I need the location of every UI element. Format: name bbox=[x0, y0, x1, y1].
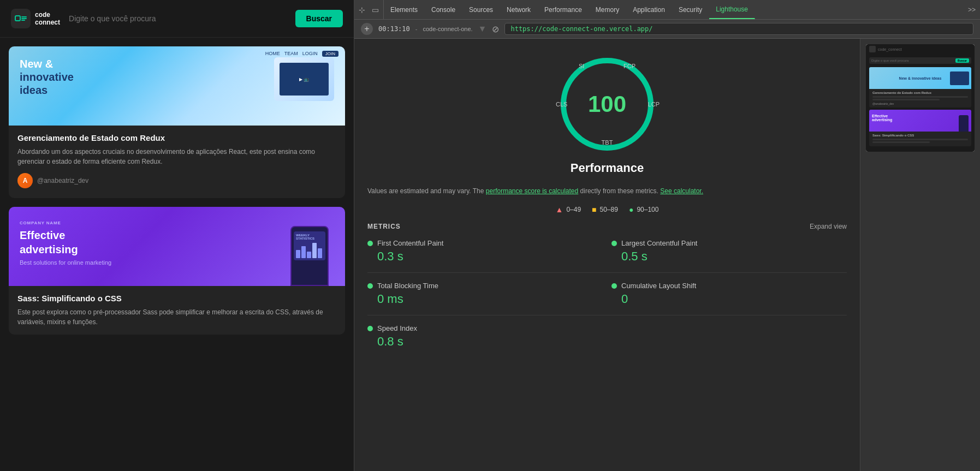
devtools-toolbar: ⊹ ▭ Elements Console Sources Network Per… bbox=[354, 0, 980, 20]
card-css-image: COMPANY NAME Effective advertising Best … bbox=[9, 207, 345, 286]
score-ring: 100 SI FCP CLS LCP TBT bbox=[558, 55, 656, 153]
metrics-header: METRICS Expand view bbox=[367, 223, 847, 230]
card-redux-title: Gerenciamento de Estado com Redux bbox=[17, 133, 336, 142]
tab-memory[interactable]: Memory bbox=[589, 0, 626, 19]
url-bar: + 00:13:10 - code-connect-one. ▼ ⊘ https… bbox=[354, 20, 980, 39]
lighthouse-preview: code_connect Digite o que você procura B… bbox=[860, 39, 980, 471]
score-labels: 100 bbox=[558, 55, 656, 153]
stop-icon[interactable]: ⊘ bbox=[492, 24, 499, 34]
legend-green-range: 90–100 bbox=[637, 206, 658, 213]
score-label-lcp: LCP bbox=[648, 101, 660, 108]
card-redux-image-text: New &innovativeideas bbox=[20, 57, 74, 97]
url-dropdown-icon[interactable]: ▼ bbox=[478, 24, 487, 34]
device-icon[interactable]: ▭ bbox=[372, 5, 379, 14]
preview-search-area: Digite o que você procura Buscar New & i… bbox=[866, 54, 975, 152]
perf-score-link[interactable]: performance score is calculated bbox=[486, 187, 578, 195]
website-body: New &innovativeideas 🚀 ▶ 📺 HOME TEAM bbox=[0, 38, 354, 471]
content-area: New &innovativeideas 🚀 ▶ 📺 HOME TEAM bbox=[0, 38, 354, 471]
calculator-link[interactable]: See calculator. bbox=[660, 187, 703, 195]
legend-green: ● 90–100 bbox=[629, 205, 659, 214]
metric-si-name: Speed Index bbox=[367, 324, 603, 332]
metric-lcp-value: 0.5 s bbox=[611, 249, 847, 264]
logo-icon bbox=[11, 9, 31, 28]
note-mid-text: directly from these metrics. bbox=[580, 187, 658, 195]
preview-desc-mini-4 bbox=[872, 141, 930, 143]
performance-label: Performance bbox=[571, 161, 644, 175]
preview-desc-mini-3 bbox=[872, 139, 968, 140]
lighthouse-main: 100 SI FCP CLS LCP TBT Performance Value… bbox=[354, 39, 860, 471]
logo-text-line2: connect bbox=[35, 19, 60, 26]
preview-card-mini-1: New & innovative ideas Gerenciamento de … bbox=[869, 67, 971, 108]
card-redux-author: A @anabeatriz_dev bbox=[17, 173, 336, 190]
add-tab-button[interactable]: + bbox=[361, 23, 373, 35]
metric-fcp: First Contentful Paint 0.3 s bbox=[367, 239, 603, 264]
card-redux-image: New &innovativeideas 🚀 ▶ 📺 HOME TEAM bbox=[9, 46, 345, 126]
preview-card-img-1: New & innovative ideas bbox=[869, 67, 971, 89]
metric-fcp-dot bbox=[367, 241, 373, 246]
legend-red: ▲ 0–49 bbox=[556, 205, 581, 214]
url-address: https://code-connect-one.vercel.app/ bbox=[504, 23, 973, 35]
preview-content-1: Digite o que você procura Buscar New & i… bbox=[866, 54, 975, 152]
preview-search-bar: Digite o que você procura Buscar bbox=[869, 57, 971, 64]
metric-cls-value: 0 bbox=[611, 292, 847, 306]
preview-card-img-2: Effectiveadvertising bbox=[869, 110, 971, 132]
devtools-tabs: Elements Console Sources Network Perform… bbox=[384, 0, 964, 19]
website-panel: code connect Buscar New &innovativeideas… bbox=[0, 0, 354, 471]
score-label-tbt: TBT bbox=[602, 139, 613, 146]
legend-red-range: 0–49 bbox=[566, 206, 581, 213]
tab-application[interactable]: Application bbox=[626, 0, 672, 19]
card-redux[interactable]: New &innovativeideas 🚀 ▶ 📺 HOME TEAM bbox=[9, 46, 345, 198]
logo-text-line1: code bbox=[35, 11, 60, 19]
metric-lcp-name: Largest Contentful Paint bbox=[611, 239, 847, 247]
score-section: 100 SI FCP CLS LCP TBT Performance bbox=[367, 50, 847, 175]
timer-display: 00:13:10 bbox=[378, 25, 410, 33]
metric-lcp: Largest Contentful Paint 0.5 s bbox=[611, 239, 847, 264]
metric-cls-dot bbox=[611, 283, 617, 289]
card-css-body: Sass: Simplificando o CSS Este post expl… bbox=[9, 286, 345, 335]
expand-view-button[interactable]: Expand view bbox=[810, 223, 847, 230]
card-redux-desc: Abordando um dos aspectos cruciais no de… bbox=[17, 147, 336, 166]
devtools-panel: ⊹ ▭ Elements Console Sources Network Per… bbox=[354, 0, 980, 471]
tab-elements[interactable]: Elements bbox=[384, 0, 425, 19]
metric-cls-name: Cumulative Layout Shift bbox=[611, 282, 847, 290]
tab-security[interactable]: Security bbox=[672, 0, 709, 19]
preview-topbar-1: code_connect bbox=[866, 44, 975, 54]
metric-fcp-value: 0.3 s bbox=[367, 249, 603, 264]
tab-performance[interactable]: Performance bbox=[538, 0, 589, 19]
card-css[interactable]: COMPANY NAME Effective advertising Best … bbox=[9, 207, 345, 335]
lighthouse-content: 100 SI FCP CLS LCP TBT Performance Value… bbox=[354, 39, 980, 471]
url-label[interactable]: code-connect-one. bbox=[423, 26, 472, 32]
metric-divider-1 bbox=[367, 272, 847, 273]
metric-si-value: 0.8 s bbox=[367, 335, 603, 349]
metrics-title: METRICS bbox=[367, 223, 401, 230]
metric-divider-2 bbox=[367, 315, 847, 315]
logo: code connect bbox=[11, 9, 60, 28]
url-label-text: - bbox=[415, 26, 418, 32]
legend-yellow-range: 50–89 bbox=[600, 206, 618, 213]
legend-green-icon: ● bbox=[629, 205, 633, 214]
score-label-si: SI bbox=[579, 63, 584, 69]
legend: ▲ 0–49 ■ 50–89 ● 90–100 bbox=[367, 205, 847, 214]
tab-console[interactable]: Console bbox=[425, 0, 462, 19]
card-css-tagline: Best solutions for online marketing bbox=[20, 259, 111, 266]
top-bar: code connect Buscar bbox=[0, 0, 354, 38]
tab-sources[interactable]: Sources bbox=[462, 0, 500, 19]
preview-card-img-text: New & innovative ideas bbox=[899, 76, 942, 80]
tab-more[interactable]: >> bbox=[964, 6, 980, 14]
card-css-desc: Este post explora como o pré-processador… bbox=[17, 307, 336, 327]
devtools-icons: ⊹ ▭ bbox=[354, 0, 384, 19]
note-text: Values are estimated and may vary. The bbox=[367, 187, 484, 195]
tab-lighthouse[interactable]: Lighthouse bbox=[709, 0, 755, 19]
search-input[interactable] bbox=[69, 14, 295, 23]
metric-fcp-name: First Contentful Paint bbox=[367, 239, 603, 247]
svg-rect-0 bbox=[15, 16, 20, 21]
cursor-icon[interactable]: ⊹ bbox=[359, 5, 365, 14]
search-button[interactable]: Buscar bbox=[295, 10, 343, 27]
metric-tbt: Total Blocking Time 0 ms bbox=[367, 282, 603, 306]
preview-search-btn: Buscar bbox=[955, 58, 969, 63]
score-number: 100 bbox=[588, 91, 626, 117]
metric-tbt-name: Total Blocking Time bbox=[367, 282, 603, 290]
tab-network[interactable]: Network bbox=[500, 0, 538, 19]
card-css-image-text: COMPANY NAME Effective advertising Best … bbox=[20, 220, 111, 267]
author-name: @anabeatriz_dev bbox=[37, 177, 88, 184]
